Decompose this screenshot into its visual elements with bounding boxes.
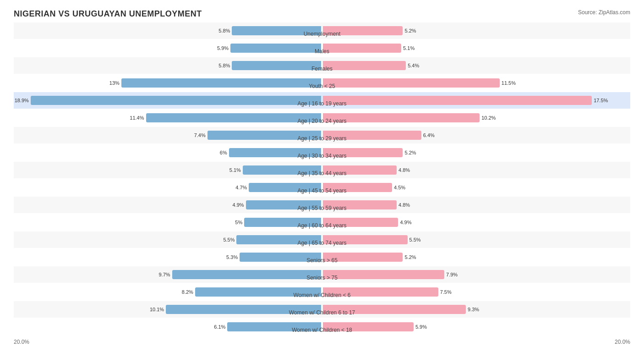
left-bar-container: 4.9% — [14, 197, 322, 213]
left-bar — [146, 113, 321, 122]
right-bar — [323, 270, 444, 279]
left-value: 5.8% — [218, 28, 230, 33]
right-bar-container: 17.5% — [322, 92, 630, 109]
right-bar-container: 5.1% — [322, 40, 630, 56]
right-bar-container: 5.4% — [322, 57, 630, 74]
left-value: 7.4% — [194, 132, 206, 138]
right-bar-container: 4.9% — [322, 214, 630, 231]
chart-area: 5.8% Unemployment 5.2% 5.9% Males 5.1% 5… — [14, 22, 630, 335]
left-bar-container: 5.1% — [14, 162, 322, 178]
left-bar — [249, 183, 321, 192]
right-bar-container: 5.2% — [322, 249, 630, 265]
left-value: 9.7% — [159, 272, 170, 277]
right-bar — [323, 183, 392, 192]
chart-row: 5.1% Age | 35 to 44 years 4.8% — [14, 162, 630, 178]
right-value: 4.5% — [394, 185, 405, 190]
left-bar-container: 5.3% — [14, 249, 322, 265]
right-bar — [323, 148, 403, 157]
left-value: 6.1% — [214, 324, 225, 330]
left-bar — [232, 61, 321, 70]
left-bar-container: 6.1% — [14, 319, 322, 335]
right-value: 10.2% — [481, 115, 496, 121]
right-value: 7.9% — [446, 272, 458, 277]
left-value: 5.5% — [223, 237, 235, 242]
right-value: 5.9% — [415, 324, 427, 330]
left-bar-container: 10.1% — [14, 301, 322, 318]
left-value: 4.7% — [235, 185, 247, 190]
right-bar — [323, 305, 466, 314]
right-bar — [323, 218, 398, 227]
chart-row: 8.2% Women w/ Children < 6 7.5% — [14, 284, 630, 300]
chart-row: 9.7% Seniors > 75 7.9% — [14, 266, 630, 283]
right-bar — [323, 253, 403, 262]
left-bar — [230, 44, 321, 53]
right-value: 5.5% — [409, 237, 421, 242]
right-bar — [323, 322, 414, 331]
right-bar-container: 5.2% — [322, 144, 630, 161]
right-bar-container: 9.3% — [322, 301, 630, 318]
chart-row: 5.8% Unemployment 5.2% — [14, 22, 630, 39]
chart-row: 5.9% Males 5.1% — [14, 40, 630, 56]
left-bar-container: 9.7% — [14, 266, 322, 283]
chart-container: NIGERIAN VS URUGUAYAN UNEMPLOYMENT Sourc… — [0, 0, 644, 347]
right-bar-container: 11.5% — [322, 75, 630, 91]
right-bar — [323, 96, 592, 105]
left-value: 5.9% — [217, 45, 229, 51]
right-value: 5.4% — [408, 63, 419, 68]
left-bar-container: 5% — [14, 214, 322, 231]
right-value: 5.2% — [404, 28, 416, 33]
right-bar — [323, 287, 438, 297]
left-bar-container: 18.9% — [14, 92, 322, 109]
left-value: 11.4% — [130, 115, 144, 121]
left-value: 5.3% — [226, 254, 238, 260]
chart-row: 4.7% Age | 45 to 54 years 4.5% — [14, 179, 630, 196]
axis-left: 20.0% — [14, 339, 322, 345]
left-bar — [232, 26, 321, 35]
left-value: 4.9% — [233, 202, 244, 208]
right-bar-container: 10.2% — [322, 110, 630, 126]
right-bar-container: 5.2% — [322, 22, 630, 39]
left-bar — [227, 322, 321, 331]
right-value: 5.2% — [404, 150, 416, 155]
left-bar — [31, 96, 321, 105]
chart-row: 13% Youth < 25 11.5% — [14, 75, 630, 91]
left-bar-container: 5.8% — [14, 57, 322, 74]
chart-row: 10.1% Women w/ Children 6 to 17 9.3% — [14, 301, 630, 318]
left-value: 18.9% — [15, 98, 29, 103]
left-value: 5.8% — [218, 63, 230, 68]
right-value: 4.9% — [400, 220, 411, 225]
left-value: 8.2% — [182, 289, 193, 295]
left-bar — [243, 165, 321, 175]
left-bar — [121, 78, 321, 88]
right-bar-container: 5.9% — [322, 319, 630, 335]
left-value: 6% — [220, 150, 227, 155]
axis-line: 20.0% 20.0% — [14, 336, 630, 345]
right-bar — [323, 26, 403, 35]
right-value: 5.2% — [404, 254, 416, 260]
left-bar — [229, 148, 321, 157]
right-bar — [323, 78, 500, 88]
right-bar — [323, 165, 397, 175]
right-bar-container: 7.9% — [322, 266, 630, 283]
left-bar-container: 13% — [14, 75, 322, 91]
right-value: 9.3% — [468, 307, 479, 312]
left-bar-container: 11.4% — [14, 110, 322, 126]
right-bar-container: 4.8% — [322, 162, 630, 178]
right-bar — [323, 235, 408, 244]
right-bar-container: 7.5% — [322, 284, 630, 300]
chart-row: 6% Age | 30 to 34 years 5.2% — [14, 144, 630, 161]
right-value: 5.1% — [403, 45, 415, 51]
chart-row: 7.4% Age | 25 to 29 years 6.4% — [14, 127, 630, 143]
right-value: 6.4% — [423, 132, 435, 138]
chart-row: 11.4% Age | 20 to 24 years 10.2% — [14, 110, 630, 126]
source-line: Source: ZipAtlas.com — [578, 9, 630, 16]
chart-row: 6.1% Women w/ Children < 18 5.9% — [14, 319, 630, 335]
left-bar-container: 8.2% — [14, 284, 322, 300]
right-bar-container: 4.5% — [322, 179, 630, 196]
left-bar-container: 5.9% — [14, 40, 322, 56]
left-bar-container: 4.7% — [14, 179, 322, 196]
chart-row: 5% Age | 60 to 64 years 4.9% — [14, 214, 630, 231]
axis-right: 20.0% — [322, 339, 630, 345]
right-bar — [323, 44, 401, 53]
right-bar — [323, 200, 397, 209]
